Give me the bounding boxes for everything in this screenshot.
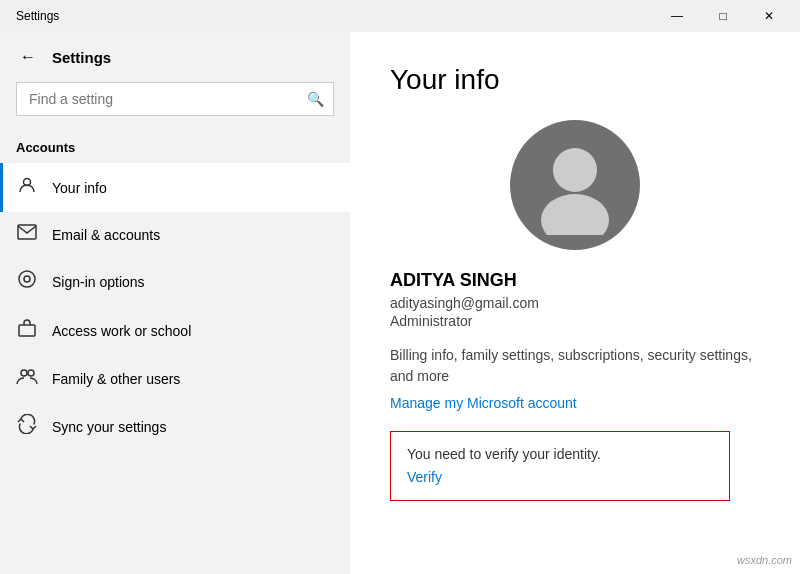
- sidebar-item-access-work[interactable]: Access work or school: [0, 306, 350, 355]
- minimize-button[interactable]: —: [654, 0, 700, 32]
- svg-point-5: [21, 370, 27, 376]
- avatar: [510, 120, 640, 250]
- sign-in-options-label: Sign-in options: [52, 274, 145, 290]
- svg-point-8: [541, 194, 609, 235]
- svg-point-3: [24, 276, 30, 282]
- avatar-container: [390, 120, 760, 250]
- sidebar-header: ← Settings: [0, 32, 350, 82]
- svg-point-6: [28, 370, 34, 376]
- sidebar-item-your-info[interactable]: Your info: [0, 163, 350, 212]
- main-container: ← Settings 🔍 Accounts Your info: [0, 32, 800, 574]
- user-name: ADITYA SINGH: [390, 270, 760, 291]
- family-icon: [16, 367, 38, 390]
- search-icon: 🔍: [307, 91, 324, 107]
- access-work-icon: [16, 318, 38, 343]
- user-email: adityasingh@gmail.com: [390, 295, 760, 311]
- user-role: Administrator: [390, 313, 760, 329]
- verify-link[interactable]: Verify: [407, 469, 442, 485]
- back-button[interactable]: ←: [16, 44, 40, 70]
- titlebar-title: Settings: [16, 9, 654, 23]
- search-input[interactable]: [16, 82, 334, 116]
- sidebar-item-sign-in-options[interactable]: Sign-in options: [0, 257, 350, 306]
- watermark: wsxdn.com: [737, 554, 792, 566]
- titlebar: Settings — □ ✕: [0, 0, 800, 32]
- maximize-button[interactable]: □: [700, 0, 746, 32]
- email-icon: [16, 224, 38, 245]
- svg-point-2: [19, 271, 35, 287]
- svg-rect-4: [19, 325, 35, 336]
- sign-in-icon: [16, 269, 38, 294]
- your-info-icon: [16, 175, 38, 200]
- svg-point-7: [553, 148, 597, 192]
- section-title: Accounts: [0, 132, 350, 163]
- billing-text: Billing info, family settings, subscript…: [390, 345, 760, 387]
- search-container: 🔍: [16, 82, 334, 116]
- manage-account-link[interactable]: Manage my Microsoft account: [390, 395, 760, 411]
- sidebar: ← Settings 🔍 Accounts Your info: [0, 32, 350, 574]
- sidebar-item-family-users[interactable]: Family & other users: [0, 355, 350, 402]
- email-accounts-label: Email & accounts: [52, 227, 160, 243]
- your-info-label: Your info: [52, 180, 107, 196]
- nav-list: Your info Email & accounts: [0, 163, 350, 451]
- close-button[interactable]: ✕: [746, 0, 792, 32]
- verify-box: You need to verify your identity. Verify: [390, 431, 730, 501]
- svg-rect-1: [18, 225, 36, 239]
- access-work-label: Access work or school: [52, 323, 191, 339]
- sidebar-item-email-accounts[interactable]: Email & accounts: [0, 212, 350, 257]
- page-title: Your info: [390, 64, 760, 96]
- sidebar-item-sync-settings[interactable]: Sync your settings: [0, 402, 350, 451]
- verify-text: You need to verify your identity.: [407, 446, 713, 462]
- family-users-label: Family & other users: [52, 371, 180, 387]
- sync-settings-label: Sync your settings: [52, 419, 166, 435]
- content-panel: Your info ADITYA SINGH adityasingh@gmail…: [350, 32, 800, 574]
- titlebar-controls: — □ ✕: [654, 0, 792, 32]
- sync-icon: [16, 414, 38, 439]
- app-title: Settings: [52, 49, 111, 66]
